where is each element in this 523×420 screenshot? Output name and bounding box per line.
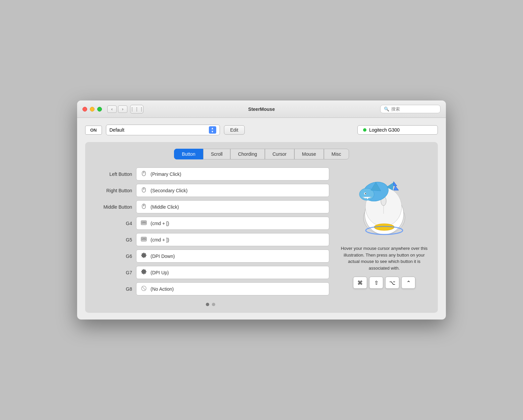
nav-buttons: ‹ › (107, 106, 127, 113)
gear-g7-icon (140, 269, 147, 276)
page-dot-2[interactable] (212, 303, 215, 306)
table-row: G8 (No Action) (92, 282, 329, 295)
row-label-middle-button: Middle Button (92, 204, 132, 210)
modifier-keys: ⌘ ⇧ ⌥ ⌃ (353, 277, 415, 289)
table-row: Middle Button (Middle Click) (92, 200, 329, 213)
svg-rect-8 (143, 205, 144, 206)
g8-value[interactable]: (No Action) (136, 282, 329, 295)
g6-action: (DPI Down) (151, 254, 175, 259)
search-input[interactable] (391, 107, 431, 112)
middle-button-value[interactable]: (Middle Click) (136, 200, 329, 213)
table-row: G6 (DPI Down) (92, 250, 329, 263)
g8-action: (No Action) (151, 286, 174, 292)
row-label-g7: G7 (92, 270, 132, 275)
table-row: Left Button (Primary Click) (92, 167, 329, 181)
middle-button-action: (Middle Click) (151, 204, 179, 210)
svg-rect-18 (142, 239, 146, 240)
mouse-right-icon (140, 187, 147, 194)
table-row: G7 (DPI Up) (92, 266, 329, 279)
titlebar: ‹ › ⋮⋮⋮ SteerMouse 🔍 (77, 100, 446, 118)
device-indicator: Logitech G300 (357, 125, 438, 135)
traffic-lights (82, 107, 102, 112)
mouse-description: Hover your mouse cursor anywhere over th… (341, 245, 428, 271)
right-button-action: (Secondary Click) (151, 188, 187, 193)
profile-select[interactable]: Default ▲ ▼ (106, 125, 220, 135)
select-arrow-icon: ▲ ▼ (209, 126, 216, 134)
grid-button[interactable]: ⋮⋮⋮ (130, 105, 143, 114)
back-button[interactable]: ‹ (107, 106, 117, 113)
table-row: Right Button (Secondary Click) (92, 184, 329, 197)
edit-button[interactable]: Edit (224, 125, 245, 135)
search-icon: 🔍 (384, 107, 389, 112)
row-label-right-button: Right Button (92, 188, 132, 193)
mouse-illustration (344, 167, 424, 241)
g5-action: (cmd + ]) (151, 237, 169, 242)
svg-rect-15 (142, 238, 143, 239)
tab-scroll[interactable]: Scroll (203, 149, 230, 159)
search-bar[interactable]: 🔍 (380, 105, 441, 113)
right-panel: Hover your mouse cursor anywhere over th… (337, 167, 431, 306)
forward-button[interactable]: › (118, 106, 127, 113)
left-button-action: (Primary Click) (151, 171, 181, 177)
tab-bar: Button Scroll Chording Cursor Mouse Misc (92, 149, 431, 159)
tab-chording[interactable]: Chording (230, 149, 265, 159)
svg-point-2 (143, 172, 144, 173)
two-columns: Left Button (Primary Click) (92, 167, 431, 306)
table-row: G4 (cmd + [) (92, 217, 329, 230)
row-label-g8: G8 (92, 286, 132, 292)
svg-point-33 (365, 193, 366, 194)
mouse-middle-icon (140, 203, 147, 211)
keyboard-g5-icon (140, 236, 147, 243)
shift-key[interactable]: ⇧ (369, 277, 383, 289)
svg-rect-16 (143, 238, 144, 239)
svg-rect-11 (143, 222, 144, 223)
row-label-g4: G4 (92, 221, 132, 226)
button-rows: Left Button (Primary Click) (92, 167, 329, 306)
tab-button[interactable]: Button (174, 149, 203, 159)
table-row: G5 (cmd + ]) (92, 233, 329, 246)
right-button-value[interactable]: (Secondary Click) (136, 184, 329, 197)
pagination (92, 303, 329, 306)
keyboard-g4-icon (140, 219, 147, 227)
gear-g6-icon (140, 252, 147, 260)
svg-rect-17 (145, 238, 146, 239)
control-key[interactable]: ⌃ (401, 277, 415, 289)
row-label-g5: G5 (92, 237, 132, 242)
on-button[interactable]: ON (85, 126, 102, 135)
svg-rect-13 (142, 223, 146, 224)
row-label-g6: G6 (92, 254, 132, 259)
g4-value[interactable]: (cmd + [) (136, 217, 329, 230)
g6-value[interactable]: (DPI Down) (136, 250, 329, 263)
g7-action: (DPI Up) (151, 270, 169, 275)
page-dot-1[interactable] (206, 303, 209, 306)
device-status-dot (363, 128, 366, 132)
svg-line-20 (142, 287, 146, 290)
tab-misc[interactable]: Misc (324, 149, 349, 159)
row-label-left-button: Left Button (92, 171, 132, 177)
option-key[interactable]: ⌥ (385, 277, 399, 289)
tab-mouse[interactable]: Mouse (294, 149, 324, 159)
tab-cursor[interactable]: Cursor (265, 149, 294, 159)
content-area: ON Default ▲ ▼ Edit Logitech G300 Button… (77, 118, 446, 320)
no-action-g8-icon (140, 285, 147, 293)
svg-rect-10 (142, 222, 143, 223)
device-name: Logitech G300 (369, 127, 400, 133)
minimize-button[interactable] (90, 107, 95, 112)
profile-name: Default (110, 127, 124, 133)
svg-rect-12 (145, 222, 146, 223)
window-title: SteerMouse (248, 107, 275, 112)
g5-value[interactable]: (cmd + ]) (136, 233, 329, 246)
main-panel: Button Scroll Chording Cursor Mouse Misc… (85, 142, 438, 313)
left-button-value[interactable]: (Primary Click) (136, 167, 329, 181)
mouse-left-icon (140, 170, 147, 178)
g7-value[interactable]: (DPI Up) (136, 266, 329, 279)
top-bar: ON Default ▲ ▼ Edit Logitech G300 (85, 125, 438, 135)
g4-action: (cmd + [) (151, 221, 169, 226)
close-button[interactable] (82, 107, 87, 112)
app-window: ‹ › ⋮⋮⋮ SteerMouse 🔍 ON Default ▲ ▼ Edit (77, 100, 446, 320)
svg-point-5 (143, 189, 144, 190)
cmd-key[interactable]: ⌘ (353, 277, 367, 289)
maximize-button[interactable] (97, 107, 102, 112)
